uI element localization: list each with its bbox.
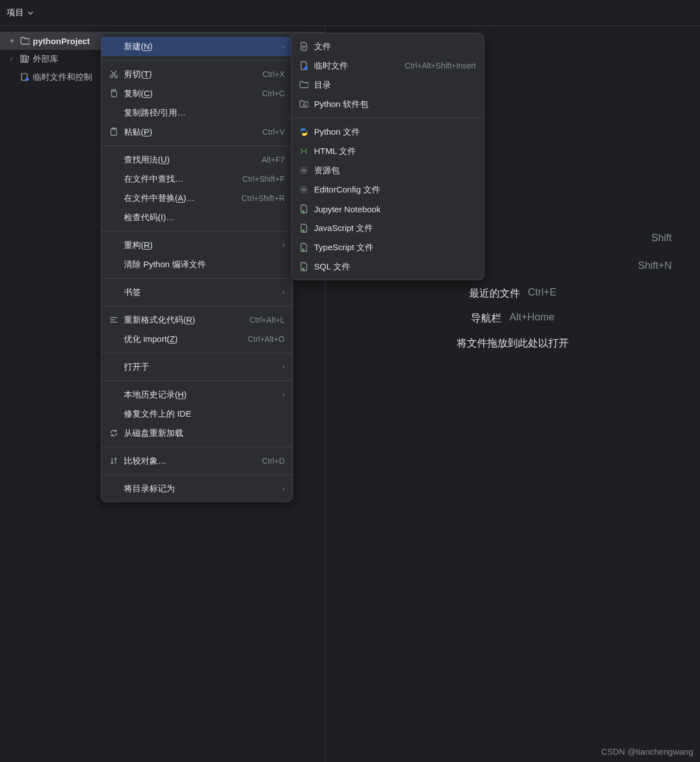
- header-title: 项目: [7, 7, 24, 18]
- submenu-item[interactable]: EditorConfig 文件: [291, 180, 484, 199]
- context-menu-item[interactable]: 比较对象…Ctrl+D: [101, 451, 293, 470]
- menu-separator: [101, 278, 293, 279]
- context-menu-item[interactable]: 检查代码(I)…: [101, 208, 293, 227]
- submenu-item[interactable]: 目录: [291, 75, 484, 95]
- chevron-right-icon: ›: [282, 42, 285, 50]
- hint-nav-bar: 导航栏 Alt+Home: [471, 311, 555, 325]
- context-menu-item[interactable]: 剪切(T)Ctrl+X: [101, 65, 293, 84]
- menu-item-label: 剪切(T): [124, 69, 263, 80]
- context-menu-item[interactable]: 重构(R)›: [101, 236, 293, 255]
- tree-label: pythonProject: [33, 36, 90, 46]
- menu-item-label: 重构(R): [124, 240, 278, 251]
- submenu-item[interactable]: HTML 文件: [291, 142, 484, 161]
- menu-item-label: 书签: [124, 287, 278, 298]
- svg-rect-1: [24, 55, 25, 62]
- hint-tail: Shift: [651, 232, 700, 244]
- svg-rect-16: [302, 249, 304, 251]
- context-menu-item[interactable]: 打开于›: [101, 357, 293, 376]
- paste-icon: [109, 127, 124, 136]
- context-menu-item[interactable]: 复制(C)Ctrl+C: [101, 84, 293, 103]
- menu-item-label: 比较对象…: [124, 456, 262, 466]
- svg-point-11: [303, 104, 306, 106]
- library-icon: [20, 55, 33, 63]
- menu-shortcut: Ctrl+Alt+Shift+Insert: [405, 61, 476, 70]
- svg-point-6: [115, 75, 118, 78]
- submenu-item[interactable]: SQL 文件: [291, 257, 484, 276]
- submenu-item-label: 资源包: [314, 165, 476, 176]
- submenu-item-label: 文件: [314, 41, 476, 52]
- menu-item-label: 粘贴(P): [124, 127, 263, 138]
- menu-shortcut: Ctrl+Shift+F: [242, 174, 285, 183]
- menu-shortcut: Ctrl+X: [263, 70, 285, 79]
- project-context-menu[interactable]: 新建(N)›剪切(T)Ctrl+X复制(C)Ctrl+C复制路径/引用…粘贴(P…: [101, 33, 293, 502]
- submenu-item[interactable]: TypeScript 文件: [291, 238, 484, 257]
- submenu-item-label: 目录: [314, 80, 476, 91]
- context-menu-item[interactable]: 查找用法(U)Alt+F7: [101, 150, 293, 169]
- submenu-item[interactable]: 资源包: [291, 161, 484, 180]
- tree-label: 临时文件和控制: [33, 72, 92, 83]
- menu-separator: [101, 380, 293, 381]
- menu-separator: [101, 306, 293, 306]
- chevron-right-icon: ›: [282, 288, 285, 296]
- submenu-item-label: Jupyter Notebook: [314, 204, 476, 214]
- svg-point-4: [25, 78, 29, 81]
- submenu-item[interactable]: 临时文件Ctrl+Alt+Shift+Insert: [291, 56, 484, 75]
- menu-shortcut: Ctrl+Shift+R: [242, 194, 285, 203]
- menu-item-label: 重新格式化代码(R): [124, 315, 250, 326]
- context-menu-item[interactable]: 复制路径/引用…: [101, 103, 293, 122]
- context-menu-item[interactable]: 书签›: [101, 282, 293, 302]
- svg-rect-0: [21, 55, 23, 62]
- jupyter-icon: [299, 204, 314, 213]
- menu-item-label: 查找用法(U): [124, 155, 261, 165]
- tree-label: 外部库: [33, 54, 58, 65]
- folder-icon: [299, 81, 314, 89]
- context-menu-item[interactable]: 本地历史记录(H)›: [101, 385, 293, 404]
- context-menu-item[interactable]: 将目录标记为›: [101, 479, 293, 498]
- menu-item-label: 本地历史记录(H): [124, 389, 278, 400]
- menu-item-label: 优化 import(Z): [124, 334, 248, 345]
- menu-item-label: 复制(C): [124, 88, 262, 99]
- submenu-item-label: TypeScript 文件: [314, 242, 476, 253]
- scratch-file-icon: [299, 61, 314, 70]
- submenu-item[interactable]: Python 文件: [291, 122, 484, 142]
- context-menu-item[interactable]: 粘贴(P)Ctrl+V: [101, 122, 293, 142]
- context-menu-item[interactable]: 新建(N)›: [101, 37, 293, 56]
- context-menu-item[interactable]: 清除 Python 编译文件: [101, 255, 293, 274]
- menu-separator: [101, 60, 293, 61]
- submenu-item[interactable]: Python 软件包: [291, 95, 484, 114]
- new-submenu[interactable]: 文件临时文件Ctrl+Alt+Shift+Insert目录Python 软件包P…: [291, 33, 484, 280]
- gear-icon: [299, 166, 314, 175]
- svg-rect-15: [302, 229, 304, 232]
- context-menu-item[interactable]: 重新格式化代码(R)Ctrl+Alt+L: [101, 310, 293, 329]
- menu-item-label: 检查代码(I)…: [124, 212, 285, 223]
- submenu-item[interactable]: JavaScript 文件: [291, 219, 484, 238]
- package-icon: [299, 100, 314, 108]
- menu-separator: [101, 231, 293, 232]
- submenu-item[interactable]: 文件: [291, 37, 484, 56]
- menu-item-label: 清除 Python 编译文件: [124, 259, 285, 270]
- hint-tail: Shift+N: [638, 260, 700, 272]
- svg-point-12: [303, 169, 305, 172]
- menu-shortcut: Ctrl+Alt+L: [250, 315, 285, 324]
- context-menu-item[interactable]: 优化 import(Z)Ctrl+Alt+O: [101, 329, 293, 349]
- context-menu-item[interactable]: 从磁盘重新加载: [101, 423, 293, 443]
- chevron-right-icon: ›: [282, 363, 285, 371]
- copy-icon: [109, 89, 124, 98]
- context-menu-item[interactable]: 在文件中查找…Ctrl+Shift+F: [101, 169, 293, 189]
- js-icon: [299, 224, 314, 233]
- menu-item-label: 在文件中替换(A)…: [124, 193, 242, 204]
- cut-icon: [109, 70, 124, 79]
- submenu-item[interactable]: Jupyter Notebook: [291, 199, 484, 219]
- context-menu-item[interactable]: 修复文件上的 IDE: [101, 404, 293, 423]
- submenu-item-label: Python 文件: [314, 127, 476, 138]
- svg-rect-14: [302, 210, 304, 212]
- context-menu-item[interactable]: 在文件中替换(A)…Ctrl+Shift+R: [101, 189, 293, 208]
- chevron-right-icon: ›: [282, 241, 285, 249]
- gear-icon: [299, 185, 314, 194]
- submenu-item-label: SQL 文件: [314, 262, 476, 272]
- project-toolwindow-header[interactable]: 项目: [0, 0, 700, 26]
- submenu-item-label: EditorConfig 文件: [314, 185, 476, 195]
- menu-item-label: 将目录标记为: [124, 483, 278, 494]
- folder-icon: [20, 37, 33, 45]
- menu-item-label: 在文件中查找…: [124, 174, 242, 185]
